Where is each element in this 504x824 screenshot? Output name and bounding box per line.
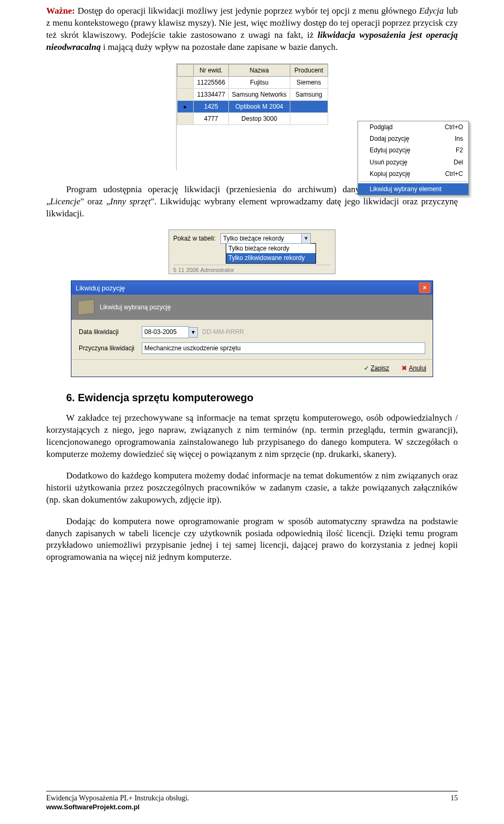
dialog-header: Likwiduj wybraną pozycję	[71, 295, 433, 320]
menu-item-delete[interactable]: Usuń pozycjęDel	[358, 157, 468, 168]
filter-combobox[interactable]: Tylko bieżące rekordy ▼	[220, 233, 311, 244]
reason-input[interactable]: Mechaniczne uszkodzenie sprzętu	[142, 342, 425, 354]
date-input[interactable]: 08-03-2005	[142, 326, 189, 338]
table-row[interactable]: 11334477 Samsung Networks Samsung	[177, 88, 328, 100]
table-corner	[177, 64, 194, 76]
paragraph-body: Dodatkowo do każdego komputera możemy do…	[46, 470, 458, 506]
footer-url: www.SoftwareProjekt.com.pl	[46, 803, 189, 811]
col-header[interactable]: Nazwa	[228, 64, 290, 76]
dialog-title: Likwiduj pozycję	[76, 284, 125, 293]
cancel-button[interactable]: Anuluj	[402, 364, 426, 372]
date-format-hint: DD-MM-RRRR	[202, 328, 244, 336]
menu-item-liquidate[interactable]: Likwiduj wybrany element	[358, 183, 468, 195]
paragraph-body: Dodając do komputera nowe oprogramowanie…	[46, 516, 458, 564]
screenshot-liquidate-dialog: Likwiduj pozycję × Likwiduj wybraną pozy…	[71, 280, 433, 377]
paragraph-body: W zakładce tej przechowywane są informac…	[46, 412, 458, 461]
menu-item-preview[interactable]: PodglądCtrl+O	[358, 121, 468, 133]
screenshot-table-contextmenu: Nr ewid. Nazwa Producent 11225566 Fujits…	[176, 63, 328, 170]
table-row[interactable]: 11225566 Fujitsu Siemens	[177, 76, 328, 88]
col-header[interactable]: Nr ewid.	[194, 64, 228, 76]
table-row[interactable]: 4777 Destop 3000	[177, 112, 328, 124]
menu-separator	[359, 181, 467, 182]
page-footer: Ewidencja Wyposażenia PL+ Instrukcja obs…	[46, 791, 458, 811]
filter-option-selected[interactable]: Tylko zlikwidowane rekordy	[226, 253, 316, 263]
warning-label: Ważne:	[46, 6, 75, 16]
context-menu: PodglądCtrl+O Dodaj pozycjęIns Edytuj po…	[358, 121, 469, 195]
section-heading: 6. Ewidencja sprzętu komputerowego	[66, 391, 458, 405]
paragraph-warning: Ważne: Dostęp do operacji likwidacji moż…	[46, 5, 458, 54]
col-header[interactable]: Producent	[290, 64, 328, 76]
page-number: 15	[450, 794, 458, 811]
chevron-down-icon[interactable]: ▼	[301, 234, 310, 243]
menu-item-edit[interactable]: Edytuj pozycjęF2	[358, 144, 468, 156]
filter-option[interactable]: Tylko bieżące rekordy	[226, 244, 316, 253]
close-icon[interactable]: ×	[419, 283, 430, 293]
table-row-selected[interactable]: ▸ 1425 Optibook M 2004	[177, 100, 328, 112]
status-row: 5 11 2006 Administrator	[173, 265, 331, 274]
dialog-header-text: Likwiduj wybraną pozycję	[100, 303, 171, 311]
chevron-down-icon[interactable]: ▼	[189, 327, 198, 338]
dialog-titlebar: Likwiduj pozycję ×	[71, 281, 433, 295]
box-icon	[78, 299, 94, 316]
menu-item-add[interactable]: Dodaj pozycjęIns	[358, 133, 468, 144]
save-button[interactable]: Zapisz	[364, 364, 390, 372]
date-label: Data likwidacji	[79, 328, 142, 336]
menu-item-copy[interactable]: Kopiuj pozycjęCtrl+C	[358, 168, 468, 180]
screenshot-filter-combo: Pokaż w tabeli: Tylko bieżące rekordy ▼ …	[169, 230, 335, 274]
footer-line1: Ewidencja Wyposażenia PL+ Instrukcja obs…	[46, 794, 189, 803]
filter-label: Pokaż w tabeli:	[173, 234, 216, 243]
reason-label: Przyczyna likwidacji	[79, 344, 142, 352]
filter-dropdown-list: Tylko bieżące rekordy Tylko zlikwidowane…	[226, 243, 316, 263]
